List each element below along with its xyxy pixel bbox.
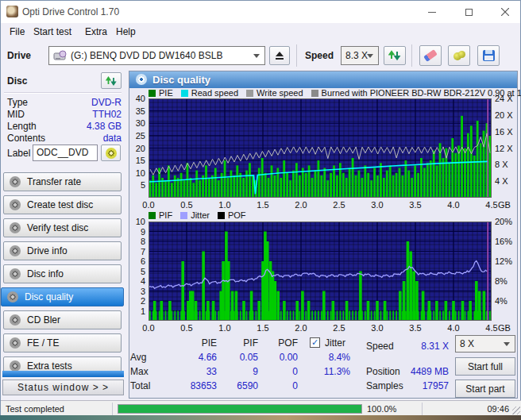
disc-icon — [10, 176, 21, 187]
sidebar-item-label: Transfer rate — [27, 176, 81, 187]
stats-col-header: POF — [250, 337, 298, 349]
sidebar-item-label: Disc quality — [25, 291, 73, 302]
sidebar-item-drive-info[interactable]: Drive info — [3, 241, 122, 260]
test-speed-value: 8 X — [460, 338, 474, 349]
menu-item-start-test[interactable]: Start test — [31, 26, 74, 37]
disc-field-label: Type — [7, 97, 28, 108]
legend-label: POF — [228, 210, 246, 220]
menu-item-extra[interactable]: Extra — [83, 26, 110, 37]
statusbar-separator — [422, 403, 423, 415]
eraser-icon — [423, 49, 438, 62]
disc-field-label: Contents — [7, 133, 45, 144]
axis-tick-label: 3 — [126, 287, 145, 296]
axis-unit-label: GB — [498, 323, 511, 333]
stats-value: 33 — [169, 366, 217, 377]
save-button[interactable] — [477, 45, 500, 66]
axis-tick-label: 16% — [495, 237, 512, 246]
sidebar-item-label: CD Bler — [27, 314, 60, 326]
progress-fill — [118, 405, 361, 413]
start-part-button[interactable]: Start part — [455, 380, 515, 398]
stats-row-label: Max — [130, 366, 162, 377]
close-icon — [501, 8, 509, 16]
sidebar-item-label: FE / TE — [27, 337, 59, 349]
axis-tick-label: 25 — [126, 131, 145, 141]
pie-chart — [149, 98, 492, 198]
sidebar-accent-strip — [2, 371, 124, 377]
sidebar-item-label: Create test disc — [27, 199, 93, 210]
sidebar-item-create-test-disc[interactable]: Create test disc — [3, 195, 122, 214]
axis-tick-label: 8 — [126, 237, 145, 246]
axis-tick-label: 20% — [495, 217, 512, 226]
axis-tick-label: 2 — [126, 296, 145, 306]
refresh-drive-button[interactable] — [384, 46, 406, 65]
stats-value: 4.66 — [169, 352, 217, 363]
jitter-checkbox-label: Jitter — [325, 337, 345, 349]
jitter-checkbox[interactable]: ✓ — [310, 337, 320, 348]
disc-field-value: TTH02 — [50, 109, 122, 120]
axis-tick-label: 1.5 — [251, 200, 275, 210]
axis-tick-label: 30 — [126, 118, 145, 128]
rescan-disc-button[interactable] — [101, 72, 122, 89]
maximize-button[interactable] — [456, 1, 481, 23]
stats-col-header: PIE — [169, 337, 217, 349]
axis-tick-label: 3.0 — [365, 200, 389, 210]
app-icon — [6, 6, 18, 17]
axis-tick-label: 1.5 — [251, 323, 275, 333]
statusbar-separator — [112, 403, 113, 415]
progress-percent: 100.0% — [367, 404, 396, 414]
axis-tick-label: 20 — [126, 144, 145, 153]
sidebar-item-disc-info[interactable]: Disc info — [3, 264, 122, 283]
legend-chip — [181, 90, 188, 97]
menu-item-help[interactable]: Help — [114, 26, 138, 37]
speed-select[interactable]: 8.3 X — [341, 46, 379, 65]
save-icon — [483, 50, 495, 61]
disc-field-value: data — [50, 133, 122, 144]
menu-item-file[interactable]: File — [7, 26, 27, 37]
sidebar-item-verify-test-disc[interactable]: Verify test disc — [3, 218, 122, 237]
info-value: 8.31 X — [403, 341, 449, 352]
erase-disc-button[interactable] — [419, 45, 442, 66]
legend-chip — [180, 212, 187, 219]
axis-tick-label: 4 X — [495, 176, 508, 186]
legend-label: Jitter — [191, 210, 210, 220]
disc-icon — [10, 337, 21, 349]
label-input[interactable]: ODC__DVD — [33, 144, 98, 161]
start-full-button[interactable]: Start full — [455, 357, 515, 376]
status-text: Test completed — [6, 404, 64, 414]
axis-unit-label: GB — [498, 200, 511, 210]
axis-tick-label: 35 — [126, 106, 145, 116]
minimize-button[interactable] — [419, 1, 445, 23]
axis-tick-label: 15 — [126, 156, 145, 165]
sidebar-item-cd-bler[interactable]: CD Bler — [3, 310, 122, 329]
axis-tick-label: 16 X — [495, 127, 513, 137]
eject-button[interactable] — [269, 46, 290, 65]
axis-tick-label: 5 — [126, 180, 145, 190]
legend-label: Read speed — [191, 88, 238, 98]
disc-icon — [10, 199, 21, 210]
chevron-down-icon — [504, 342, 510, 346]
axis-tick-label: 1.0 — [213, 200, 237, 210]
info-value: 4489 MB — [403, 366, 449, 377]
status-window-button[interactable]: Status window > > — [2, 380, 124, 395]
tools-button[interactable] — [448, 45, 470, 66]
axis-tick-label: 4.0 — [442, 200, 465, 210]
drive-select[interactable]: (G:) BENQ DVD DD DW1640 BSLB — [48, 46, 265, 65]
close-button[interactable] — [492, 1, 518, 23]
legend-chip — [218, 212, 225, 219]
legend-label: Write speed — [257, 88, 303, 98]
resize-grip[interactable] — [512, 407, 520, 414]
sidebar-item-fe-te[interactable]: FE / TE — [3, 333, 122, 353]
axis-tick-label: 7 — [126, 247, 145, 256]
test-speed-select[interactable]: 8 X — [455, 335, 515, 353]
sidebar-item-disc-quality[interactable]: Disc quality — [1, 287, 124, 306]
axis-tick-label: 10 — [126, 217, 145, 226]
axis-tick-label: 2.0 — [289, 323, 313, 333]
pif-chart — [149, 222, 492, 321]
disc-label-button[interactable] — [101, 144, 121, 161]
stats-value: 0.00 — [250, 352, 298, 363]
legend-label: PIF — [159, 210, 172, 220]
axis-tick-label: 24 X — [495, 94, 513, 103]
legend-chip — [149, 212, 156, 219]
sidebar-item-transfer-rate[interactable]: Transfer rate — [3, 172, 122, 191]
titlebar: Opti Drive Control 1.70 — [1, 1, 520, 23]
